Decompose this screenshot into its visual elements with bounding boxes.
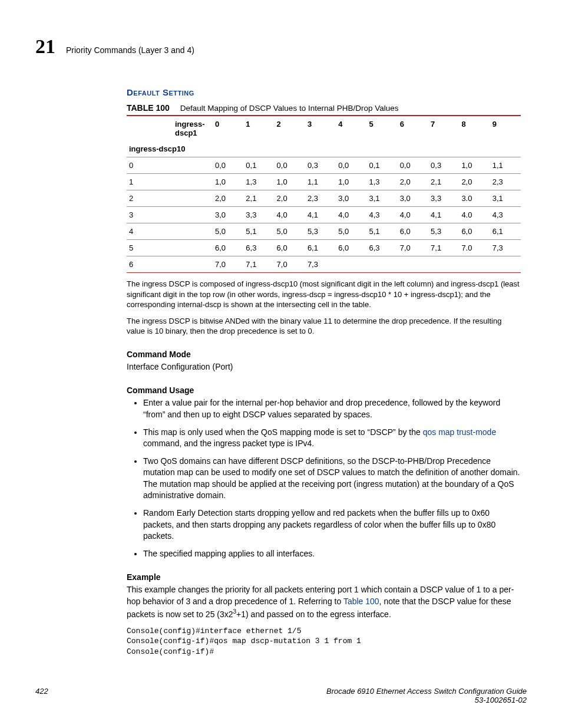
- table-cell: [490, 256, 521, 273]
- table-cell: 3.0: [459, 190, 490, 207]
- table-cell: 6,1: [490, 223, 521, 240]
- table-cell: 7.0: [459, 240, 490, 256]
- table-100-link[interactable]: Table 100: [343, 597, 379, 606]
- col-header: 5: [366, 116, 397, 141]
- table-cell: 4,1: [305, 207, 336, 223]
- table-cell: 4,0: [275, 207, 305, 223]
- content-column: Default Setting TABLE 100 Default Mappin…: [127, 87, 521, 657]
- table-cell: 0,1: [366, 157, 397, 174]
- running-header: 21 Priority Commands (Layer 3 and 4): [35, 35, 527, 58]
- table-cell: 2,0: [398, 174, 428, 190]
- col-header: 1: [243, 116, 274, 141]
- table-cell: 0,0: [336, 157, 366, 174]
- col-axis-label: ingress-dscp1: [173, 116, 213, 141]
- table-cell: 6,0: [336, 240, 366, 256]
- row-header: 3: [127, 207, 213, 223]
- table-row: 33,03,34,04,14,04,34,04,14.04,3: [127, 207, 521, 223]
- table-row: 56,06,36,06,16,06,37,07,17.07,3: [127, 240, 521, 256]
- col-header: 3: [305, 116, 336, 141]
- table-cell: 4.0: [459, 207, 490, 223]
- table-cell: 5,0: [213, 223, 243, 240]
- table-cell: 2,3: [305, 190, 336, 207]
- table-cell: 3,1: [366, 190, 397, 207]
- table-cell: 3,1: [490, 190, 521, 207]
- table-cell: [336, 256, 366, 273]
- row-header: 6: [127, 256, 213, 273]
- table-cell: 2,0: [459, 174, 490, 190]
- table-cell: [398, 256, 428, 273]
- dscp-mapping-table: ingress-dscp1 0 1 2 3 4 5 6 7 8 9 ingres…: [127, 115, 521, 273]
- console-output: Console(config)#interface ethernet 1/5 C…: [127, 626, 521, 657]
- table-cell: 2,0: [275, 190, 305, 207]
- command-usage-heading: Command Usage: [127, 386, 521, 395]
- table-title: Default Mapping of DSCP Values to Intern…: [180, 104, 399, 113]
- row-header: 4: [127, 223, 213, 240]
- table-cell: 6,0: [213, 240, 243, 256]
- table-cell: 4,3: [490, 207, 521, 223]
- table-cell: 1,1: [490, 157, 521, 174]
- table-cell: 1,0: [336, 174, 366, 190]
- table-cell: 6,0: [459, 223, 490, 240]
- list-item: This map is only used when the QoS mappi…: [143, 427, 521, 450]
- table-row: 22,02,12,02,33,03,13,03,33.03,1: [127, 190, 521, 207]
- table-cell: 3,3: [243, 207, 274, 223]
- table-cell: 7,1: [428, 240, 459, 256]
- table-cell: 3,0: [398, 190, 428, 207]
- table-caption: TABLE 100 Default Mapping of DSCP Values…: [127, 103, 521, 113]
- table-cell: 4,1: [428, 207, 459, 223]
- row-header: 5: [127, 240, 213, 256]
- table-cell: 3,0: [213, 207, 243, 223]
- table-note-1: The ingress DSCP is composed of ingress-…: [127, 279, 521, 310]
- table-cell: 0,0: [398, 157, 428, 174]
- section-heading-default-setting: Default Setting: [127, 87, 521, 97]
- table-cell: 1,0: [459, 157, 490, 174]
- table-cell: 6,3: [366, 240, 397, 256]
- table-row: 11,01,31,01,11,01,32,02,12,02,3: [127, 174, 521, 190]
- table-cell: [366, 256, 397, 273]
- row-header: 1: [127, 174, 213, 190]
- table-row: 45,05,15,05,35,05,16,05,36,06,1: [127, 223, 521, 240]
- example-heading: Example: [127, 572, 521, 582]
- table-cell: 4,0: [336, 207, 366, 223]
- col-header: 7: [428, 116, 459, 141]
- table-cell: 6,0: [275, 240, 305, 256]
- table-cell: 0,3: [305, 157, 336, 174]
- col-header: 8: [459, 116, 490, 141]
- row-header: 0: [127, 157, 213, 174]
- qos-map-trust-mode-link[interactable]: qos map trust-mode: [423, 427, 497, 437]
- table-cell: 1,3: [366, 174, 397, 190]
- table-cell: 7,3: [305, 256, 336, 273]
- example-paragraph: This example changes the priority for al…: [127, 584, 521, 620]
- page: 21 Priority Commands (Layer 3 and 4) Def…: [0, 0, 562, 728]
- table-cell: [459, 256, 490, 273]
- table-cell: 5,1: [366, 223, 397, 240]
- table-cell: 2,0: [213, 190, 243, 207]
- table-row: 00,00,10,00,30,00,10,00,31,01,1: [127, 157, 521, 174]
- table-cell: 6,3: [243, 240, 274, 256]
- list-item: Enter a value pair for the internal per-…: [143, 397, 521, 420]
- table-cell: 5,3: [305, 223, 336, 240]
- text: command, and the ingress packet type is …: [143, 439, 314, 448]
- table-cell: 6,0: [398, 223, 428, 240]
- table-note-2: The ingress DSCP is bitwise ANDed with t…: [127, 316, 521, 337]
- table-cell: 2,3: [490, 174, 521, 190]
- page-footer: 422 Brocade 6910 Ethernet Access Switch …: [35, 687, 527, 704]
- table-cell: 5,0: [336, 223, 366, 240]
- text: This map is only used when the QoS mappi…: [143, 427, 423, 437]
- col-header: 6: [398, 116, 428, 141]
- list-item: Two QoS domains can have different DSCP …: [143, 456, 521, 502]
- table-cell: 0,1: [243, 157, 274, 174]
- table-cell: 6,1: [305, 240, 336, 256]
- list-item: The specified mapping applies to all int…: [143, 548, 521, 560]
- command-mode-text: Interface Configuration (Port): [127, 361, 521, 373]
- table-cell: 4,0: [398, 207, 428, 223]
- table-cell: 0,0: [275, 157, 305, 174]
- row-axis-label: ingress-dscp10: [127, 141, 521, 157]
- table-cell: 2,1: [243, 190, 274, 207]
- col-header: 9: [490, 116, 521, 141]
- page-number: 422: [35, 687, 48, 696]
- table-cell: 1,1: [305, 174, 336, 190]
- doc-id: 53-1002651-02: [475, 696, 527, 704]
- command-mode-heading: Command Mode: [127, 350, 521, 359]
- table-label: TABLE 100: [127, 103, 170, 113]
